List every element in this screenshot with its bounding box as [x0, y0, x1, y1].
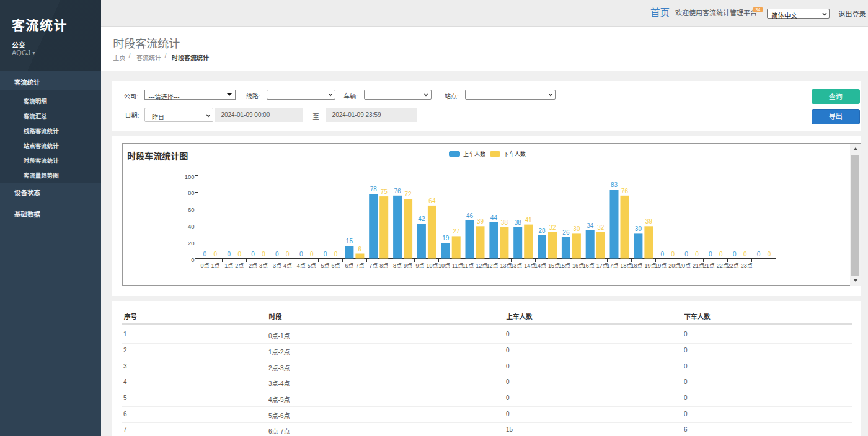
svg-text:76: 76	[621, 188, 629, 194]
svg-text:32: 32	[597, 224, 604, 231]
svg-text:72: 72	[405, 191, 412, 198]
svg-text:9点-10点: 9点-10点	[415, 263, 438, 269]
svg-text:76: 76	[394, 188, 402, 194]
svg-text:78: 78	[370, 186, 378, 193]
svg-text:13点-14点: 13点-14点	[510, 263, 536, 269]
svg-text:20: 20	[188, 240, 195, 246]
svg-text:0点-1点: 0点-1点	[200, 263, 219, 269]
svg-text:4点-5点: 4点-5点	[297, 263, 316, 269]
svg-text:3点-4点: 3点-4点	[273, 263, 292, 269]
svg-text:0: 0	[227, 251, 231, 258]
svg-text:20点-21点: 20点-21点	[679, 263, 704, 269]
svg-text:5点-6点: 5点-6点	[321, 263, 340, 269]
svg-text:0: 0	[709, 251, 712, 258]
svg-text:10点-11点: 10点-11点	[438, 263, 463, 269]
svg-text:17点-18点: 17点-18点	[606, 263, 632, 269]
svg-text:12点-13点: 12点-13点	[486, 263, 512, 269]
svg-text:19点-20点: 19点-20点	[655, 263, 680, 269]
svg-text:30: 30	[573, 225, 580, 232]
svg-text:15: 15	[346, 238, 353, 245]
svg-text:14点-15点: 14点-15点	[534, 263, 560, 269]
svg-text:0: 0	[757, 251, 761, 258]
svg-text:0: 0	[286, 251, 290, 258]
svg-text:0: 0	[262, 251, 265, 258]
svg-text:0: 0	[191, 256, 194, 263]
svg-text:39: 39	[477, 218, 484, 225]
svg-text:0: 0	[719, 251, 723, 258]
svg-text:1点-2点: 1点-2点	[224, 263, 244, 269]
svg-text:0: 0	[684, 251, 688, 258]
svg-text:8点-9点: 8点-9点	[393, 263, 412, 269]
svg-text:44: 44	[490, 214, 498, 221]
svg-text:19: 19	[442, 235, 450, 242]
svg-text:0: 0	[660, 251, 664, 258]
svg-text:34: 34	[587, 222, 594, 229]
svg-text:0: 0	[275, 251, 279, 258]
svg-text:6: 6	[358, 246, 362, 253]
svg-text:41: 41	[525, 217, 533, 224]
svg-text:15点-16点: 15点-16点	[559, 263, 584, 269]
svg-text:16点-17点: 16点-17点	[583, 263, 608, 269]
svg-text:26: 26	[562, 229, 570, 236]
svg-text:42: 42	[418, 216, 425, 222]
svg-text:0: 0	[334, 251, 338, 258]
svg-text:0: 0	[237, 251, 241, 258]
svg-text:38: 38	[501, 219, 508, 226]
svg-text:0: 0	[299, 251, 303, 258]
svg-text:18点-19点: 18点-19点	[631, 263, 656, 269]
svg-text:2点-3点: 2点-3点	[249, 263, 268, 269]
svg-text:30: 30	[635, 225, 642, 232]
svg-text:0: 0	[695, 251, 699, 258]
svg-text:0: 0	[324, 251, 327, 258]
svg-text:64: 64	[428, 198, 436, 204]
svg-text:22点-23点: 22点-23点	[727, 263, 753, 269]
svg-text:0: 0	[768, 251, 771, 258]
svg-text:27: 27	[453, 228, 460, 235]
svg-text:46: 46	[466, 212, 474, 219]
svg-text:21点-22点: 21点-22点	[703, 263, 728, 269]
svg-text:60: 60	[188, 206, 195, 213]
svg-text:7点-8点: 7点-8点	[369, 263, 388, 269]
svg-text:40: 40	[188, 223, 195, 230]
svg-text:80: 80	[188, 190, 195, 196]
svg-text:38: 38	[515, 219, 522, 226]
svg-text:0: 0	[310, 251, 314, 258]
svg-text:75: 75	[381, 188, 388, 195]
svg-text:0: 0	[251, 251, 255, 258]
svg-text:32: 32	[549, 224, 556, 231]
svg-text:39: 39	[645, 218, 653, 225]
svg-text:0: 0	[743, 251, 747, 258]
svg-text:28: 28	[538, 227, 546, 234]
svg-text:0: 0	[671, 251, 675, 258]
svg-text:0: 0	[733, 251, 737, 258]
svg-text:6点-7点: 6点-7点	[345, 263, 364, 269]
svg-text:0: 0	[214, 251, 218, 258]
svg-text:0: 0	[203, 251, 207, 258]
svg-text:11点-12点: 11点-12点	[463, 263, 487, 269]
svg-text:83: 83	[611, 181, 618, 188]
svg-text:100: 100	[185, 173, 195, 180]
